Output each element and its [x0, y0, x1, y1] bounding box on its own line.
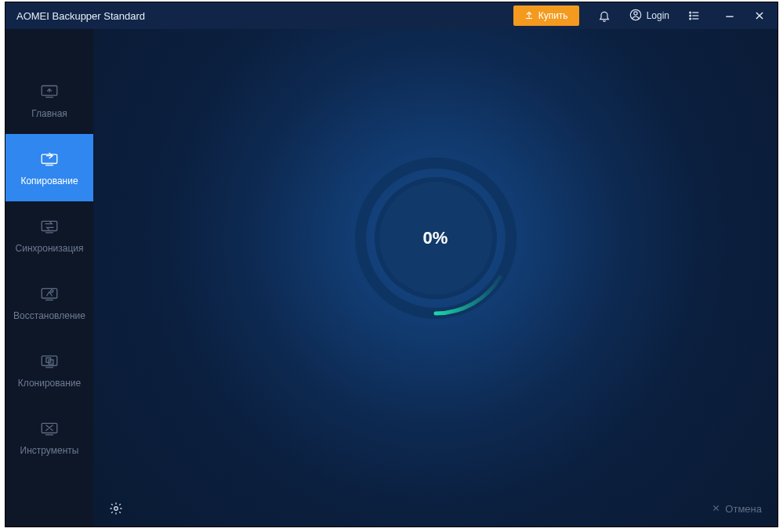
sidebar-item-label: Главная — [31, 108, 67, 119]
tools-icon — [38, 418, 60, 437]
svg-point-4 — [690, 15, 691, 16]
sidebar-item-backup[interactable]: Копирование — [5, 134, 93, 201]
close-icon — [712, 503, 720, 515]
app-title: AOMEI Backupper Standard — [16, 10, 145, 22]
sidebar-item-label: Копирование — [20, 176, 78, 186]
cancel-label: Отмена — [725, 503, 762, 515]
svg-rect-17 — [42, 288, 57, 298]
sidebar: Главная Копирование Си — [5, 29, 93, 527]
login-button[interactable]: Login — [629, 9, 669, 24]
upgrade-icon — [524, 10, 534, 22]
sidebar-item-label: Восстановление — [13, 310, 85, 321]
sidebar-item-label: Инструменты — [20, 445, 79, 456]
titlebar: AOMEI Backupper Standard Купить Log — [5, 2, 778, 29]
svg-point-2 — [690, 12, 691, 13]
sidebar-item-tools[interactable]: Инструменты — [5, 404, 93, 471]
app-window: AOMEI Backupper Standard Купить Log — [5, 2, 778, 527]
svg-point-29 — [114, 507, 118, 511]
buy-button-label: Купить — [538, 10, 568, 21]
menu-list-icon[interactable] — [687, 8, 702, 24]
minimize-button[interactable] — [723, 9, 737, 23]
sidebar-item-label: Клонирование — [18, 378, 81, 389]
backup-icon — [38, 149, 60, 168]
bottom-bar: Отмена — [93, 490, 778, 527]
login-label: Login — [647, 10, 669, 21]
restore-icon — [38, 284, 60, 302]
notifications-icon[interactable] — [596, 8, 612, 24]
sidebar-item-sync[interactable]: Синхронизация — [5, 201, 93, 269]
svg-point-1 — [633, 11, 636, 14]
settings-button[interactable] — [109, 501, 123, 516]
body: Главная Копирование Си — [5, 29, 778, 527]
sidebar-item-home[interactable]: Главная — [5, 67, 93, 134]
home-icon — [38, 81, 60, 100]
cancel-button[interactable]: Отмена — [712, 503, 762, 515]
clone-icon — [38, 351, 60, 370]
sync-icon — [38, 216, 60, 235]
sidebar-item-label: Синхронизация — [16, 243, 84, 254]
progress-percent: 0% — [423, 228, 448, 248]
svg-point-6 — [690, 18, 691, 20]
svg-point-19 — [51, 290, 53, 292]
buy-button[interactable]: Купить — [513, 5, 579, 26]
sidebar-item-restore[interactable]: Восстановление — [5, 269, 93, 336]
svg-rect-15 — [42, 221, 57, 230]
progress-ring: 0% — [353, 156, 518, 320]
close-button[interactable] — [752, 9, 767, 23]
sidebar-item-clone[interactable]: Клонирование — [5, 336, 93, 404]
main-panel: 0% Отмена — [93, 29, 778, 527]
user-icon — [629, 9, 642, 24]
